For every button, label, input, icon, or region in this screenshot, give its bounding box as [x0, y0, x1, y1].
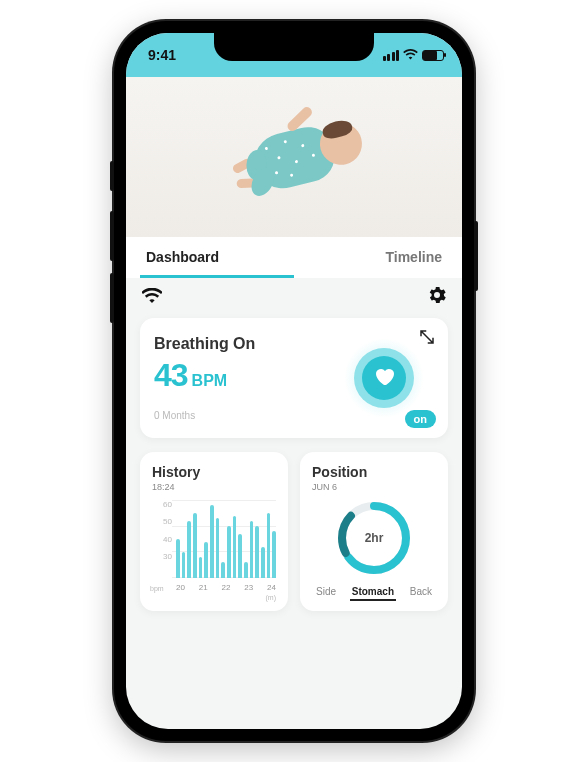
- baby-illustration: [249, 122, 340, 195]
- y-axis-unit: bpm: [150, 585, 164, 592]
- tabs: Dashboard Timeline: [126, 237, 462, 278]
- notch: [214, 33, 374, 61]
- bar: [227, 526, 231, 578]
- camera-preview[interactable]: [126, 77, 462, 237]
- breathing-title: Breathing On: [154, 335, 255, 353]
- wifi-icon[interactable]: [142, 288, 162, 303]
- position-card[interactable]: Position JUN 6 2hr Side: [300, 452, 448, 611]
- bpm-value: 43: [154, 357, 188, 394]
- bar: [221, 562, 225, 578]
- cellular-signal-icon: [383, 50, 400, 61]
- bar: [250, 521, 254, 578]
- position-title: Position: [312, 464, 436, 480]
- bar: [199, 557, 203, 578]
- bar: [210, 505, 214, 578]
- age-label: 0 Months: [154, 410, 255, 421]
- toolbar: [126, 278, 462, 312]
- battery-icon: [422, 50, 444, 61]
- position-tab-back[interactable]: Back: [408, 584, 434, 601]
- bar: [261, 547, 265, 578]
- position-date: JUN 6: [312, 482, 436, 492]
- bar: [176, 539, 180, 578]
- bpm-reading: 43 BPM: [154, 357, 255, 394]
- position-tabs: Side Stomach Back: [312, 584, 436, 601]
- gear-icon[interactable]: [428, 286, 446, 304]
- volume-down-button: [110, 273, 114, 323]
- bar: [255, 526, 259, 578]
- expand-icon[interactable]: [418, 328, 436, 350]
- bar: [267, 513, 271, 578]
- bar: [233, 516, 237, 578]
- bar: [216, 518, 220, 578]
- history-chart: 60504030 2021222324 (m) bpm: [152, 500, 276, 592]
- position-tab-stomach[interactable]: Stomach: [350, 584, 396, 601]
- bpm-unit: BPM: [192, 372, 228, 390]
- history-title: History: [152, 464, 276, 480]
- volume-up-button: [110, 211, 114, 261]
- bar: [238, 534, 242, 578]
- bar: [272, 531, 276, 578]
- wifi-status-icon: [403, 47, 418, 63]
- position-tab-side[interactable]: Side: [314, 584, 338, 601]
- heart-icon: [372, 364, 396, 392]
- breathing-card: Breathing On 43 BPM 0 Months: [140, 318, 448, 438]
- screen: 9:41: [126, 33, 462, 729]
- bar: [182, 552, 186, 578]
- position-ring: 2hr: [334, 498, 414, 578]
- bar: [193, 513, 197, 578]
- heart-indicator: [344, 338, 424, 418]
- bar: [204, 542, 208, 578]
- side-button: [110, 161, 114, 191]
- position-center-value: 2hr: [334, 498, 414, 578]
- phone-frame: 9:41: [114, 21, 474, 741]
- status-right: [383, 47, 445, 63]
- status-time: 9:41: [148, 47, 176, 63]
- history-time: 18:24: [152, 482, 276, 492]
- bar: [244, 562, 248, 578]
- power-button: [474, 221, 478, 291]
- breathing-toggle[interactable]: on: [405, 410, 436, 428]
- tab-timeline[interactable]: Timeline: [294, 237, 448, 278]
- tab-dashboard[interactable]: Dashboard: [140, 237, 294, 278]
- content: Breathing On 43 BPM 0 Months: [126, 312, 462, 629]
- x-axis-unit: (m): [266, 594, 277, 601]
- history-card[interactable]: History 18:24 60504030 2021222324 (m) bp…: [140, 452, 288, 611]
- bar: [187, 521, 191, 578]
